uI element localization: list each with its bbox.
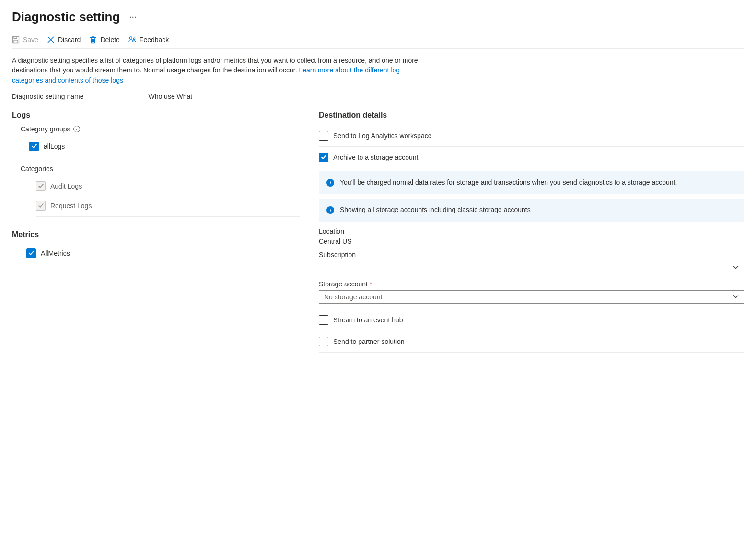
storage-account-select[interactable]: No storage account [319, 290, 744, 304]
location-value: Central US [319, 237, 744, 245]
save-icon [12, 36, 20, 44]
divider [319, 352, 744, 353]
delete-button[interactable]: Delete [89, 36, 119, 44]
partner-label: Send to partner solution [333, 338, 405, 345]
delete-label: Delete [100, 36, 119, 44]
checkbox-event-hub[interactable] [319, 315, 328, 325]
subscription-label: Subscription [319, 251, 744, 259]
chevron-down-icon [733, 293, 739, 301]
save-label: Save [23, 36, 38, 44]
feedback-label: Feedback [140, 36, 169, 44]
diagnostic-name-label: Diagnostic setting name [12, 93, 83, 100]
logs-heading: Logs [12, 111, 300, 119]
description-text: A diagnostic setting specifies a list of… [12, 56, 429, 85]
category-groups-label: Category groups [21, 125, 70, 133]
delete-icon [89, 36, 97, 44]
save-button: Save [12, 36, 38, 44]
subscription-select[interactable] [319, 261, 744, 274]
feedback-button[interactable]: Feedback [128, 36, 169, 44]
svg-rect-1 [14, 40, 18, 43]
feedback-icon [128, 36, 136, 44]
metrics-heading: Metrics [12, 230, 300, 239]
categories-label: Categories [21, 165, 53, 173]
alllogs-label: allLogs [44, 142, 65, 150]
location-label: Location [319, 227, 744, 235]
divider [21, 157, 300, 157]
checkbox-allmetrics[interactable] [26, 248, 36, 258]
audit-logs-label: Audit Logs [50, 182, 82, 190]
destinations-heading: Destination details [319, 111, 744, 119]
divider [21, 264, 300, 264]
checkbox-log-analytics[interactable] [319, 131, 328, 141]
event-hub-label: Stream to an event hub [333, 316, 403, 324]
info-icon: i [326, 206, 334, 214]
more-icon[interactable]: ··· [129, 13, 137, 21]
toolbar: Save Discard Delete Feedback [12, 33, 744, 49]
diagnostic-name-value[interactable]: Who use What [148, 93, 192, 100]
allmetrics-label: AllMetrics [41, 249, 70, 257]
log-analytics-label: Send to Log Analytics workspace [333, 132, 431, 140]
discard-button[interactable]: Discard [47, 36, 81, 44]
page-title: Diagnostic setting [12, 10, 120, 24]
info-icon: i [326, 179, 334, 187]
checkbox-archive-storage[interactable] [319, 153, 328, 162]
discard-label: Discard [58, 36, 81, 44]
svg-point-3 [133, 38, 135, 40]
divider [36, 216, 300, 217]
info-storage-charges: i You'll be charged normal data rates fo… [319, 171, 744, 194]
checkbox-request-logs [36, 201, 46, 211]
discard-icon [47, 36, 55, 44]
archive-storage-label: Archive to a storage account [333, 154, 418, 161]
storage-account-label: Storage account * [319, 280, 744, 288]
svg-point-2 [129, 37, 132, 39]
checkbox-alllogs[interactable] [29, 142, 39, 151]
divider [319, 168, 744, 168]
info-icon[interactable]: i [73, 126, 80, 132]
checkbox-partner[interactable] [319, 337, 328, 346]
checkbox-audit-logs [36, 181, 46, 191]
info-all-storage: i Showing all storage accounts including… [319, 199, 744, 222]
chevron-down-icon [733, 264, 739, 272]
request-logs-label: Request Logs [50, 202, 92, 210]
